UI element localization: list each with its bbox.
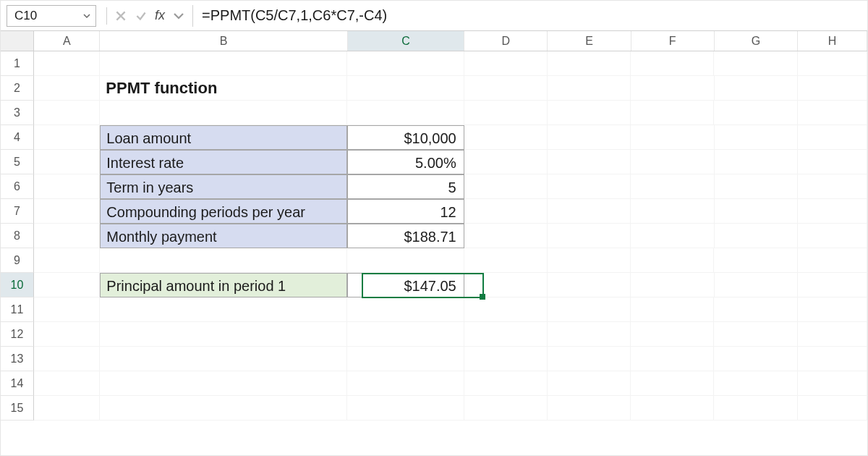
table-value[interactable]: 5.00% [347, 150, 464, 174]
row-header[interactable]: 14 [1, 371, 34, 396]
table-label[interactable]: Monthly payment [100, 224, 347, 248]
cell[interactable] [347, 396, 464, 421]
cell[interactable] [714, 396, 797, 421]
cell[interactable] [798, 76, 867, 101]
row-header[interactable]: 6 [1, 174, 34, 199]
row-header[interactable]: 4 [1, 125, 34, 150]
cell[interactable] [464, 248, 548, 273]
title-cell[interactable]: PPMT function [100, 76, 347, 101]
spreadsheet-grid[interactable]: 1 2 PPMT function 3 4 Loan amo [1, 51, 867, 421]
cell[interactable] [798, 199, 867, 224]
table-value[interactable]: $188.71 [347, 224, 464, 248]
cell[interactable] [34, 76, 100, 101]
cancel-icon[interactable] [114, 9, 127, 22]
cell[interactable] [100, 347, 347, 371]
cell[interactable] [798, 322, 867, 347]
cell[interactable] [100, 248, 347, 273]
cell[interactable] [715, 273, 798, 297]
cell[interactable] [34, 248, 100, 273]
row-header[interactable]: 11 [1, 297, 34, 322]
row-header[interactable]: 10 [1, 273, 34, 297]
cell[interactable] [34, 101, 100, 125]
cell[interactable] [548, 273, 631, 297]
cell[interactable] [714, 297, 797, 322]
cell[interactable] [548, 150, 631, 174]
name-box[interactable]: C10 [7, 5, 96, 27]
cell[interactable] [631, 125, 714, 150]
row-header[interactable]: 3 [1, 101, 34, 125]
cell[interactable] [347, 347, 464, 371]
cell[interactable] [714, 101, 797, 125]
cell[interactable] [631, 322, 714, 347]
cell[interactable] [34, 174, 100, 199]
cell[interactable] [464, 51, 548, 76]
cell[interactable] [34, 396, 100, 421]
cell[interactable] [631, 248, 714, 273]
cell[interactable] [798, 101, 867, 125]
cell[interactable] [548, 125, 631, 150]
cell[interactable] [100, 51, 347, 76]
cell[interactable] [548, 248, 631, 273]
cell[interactable] [34, 273, 100, 297]
cell[interactable] [548, 371, 631, 396]
chevron-down-icon[interactable] [82, 12, 91, 20]
cell[interactable] [34, 150, 100, 174]
row-header[interactable]: 2 [1, 76, 34, 101]
cell[interactable] [798, 273, 867, 297]
cell[interactable] [798, 125, 867, 150]
cell[interactable] [464, 322, 548, 347]
cell[interactable] [464, 371, 548, 396]
cell[interactable] [464, 347, 548, 371]
column-header[interactable]: E [548, 31, 631, 51]
cell[interactable] [631, 347, 714, 371]
cell[interactable] [464, 101, 548, 125]
cell[interactable] [631, 273, 714, 297]
cell[interactable] [548, 322, 631, 347]
cell[interactable] [548, 51, 631, 76]
cell[interactable] [347, 51, 464, 76]
table-label[interactable]: Term in years [100, 174, 347, 199]
cell[interactable] [715, 224, 798, 248]
cell[interactable] [548, 396, 631, 421]
cell[interactable] [100, 322, 347, 347]
cell[interactable] [715, 199, 798, 224]
cell[interactable] [548, 199, 631, 224]
fx-icon[interactable]: fx [155, 8, 165, 23]
cell[interactable] [631, 174, 714, 199]
cell[interactable] [798, 174, 867, 199]
cell[interactable] [464, 396, 548, 421]
cell[interactable] [715, 150, 798, 174]
cell[interactable] [464, 150, 548, 174]
cell[interactable] [464, 125, 548, 150]
check-icon[interactable] [135, 9, 148, 22]
column-header[interactable]: G [715, 31, 798, 51]
cell[interactable] [798, 347, 867, 371]
cell[interactable] [548, 224, 631, 248]
cell[interactable] [548, 347, 631, 371]
cell[interactable] [631, 371, 714, 396]
row-header[interactable]: 8 [1, 224, 34, 248]
column-header[interactable]: C [348, 31, 464, 51]
chevron-down-small-icon[interactable] [172, 9, 185, 22]
cell[interactable] [714, 248, 797, 273]
cell[interactable] [798, 150, 867, 174]
cell[interactable] [548, 76, 631, 101]
cell[interactable] [464, 76, 548, 101]
result-label[interactable]: Principal amount in period 1 [100, 273, 347, 297]
cell[interactable] [464, 174, 548, 199]
cell[interactable] [714, 347, 797, 371]
cell[interactable] [714, 322, 797, 347]
cell[interactable] [548, 101, 631, 125]
cell[interactable] [798, 371, 867, 396]
cell[interactable] [714, 51, 797, 76]
cell[interactable] [798, 396, 867, 421]
cell[interactable] [548, 297, 631, 322]
cell[interactable] [100, 297, 347, 322]
column-header[interactable]: F [631, 31, 715, 51]
cell[interactable] [34, 347, 100, 371]
row-header[interactable]: 5 [1, 150, 34, 174]
cell[interactable] [798, 248, 867, 273]
cell[interactable] [631, 199, 714, 224]
cell[interactable] [100, 396, 347, 421]
cell[interactable] [464, 297, 548, 322]
